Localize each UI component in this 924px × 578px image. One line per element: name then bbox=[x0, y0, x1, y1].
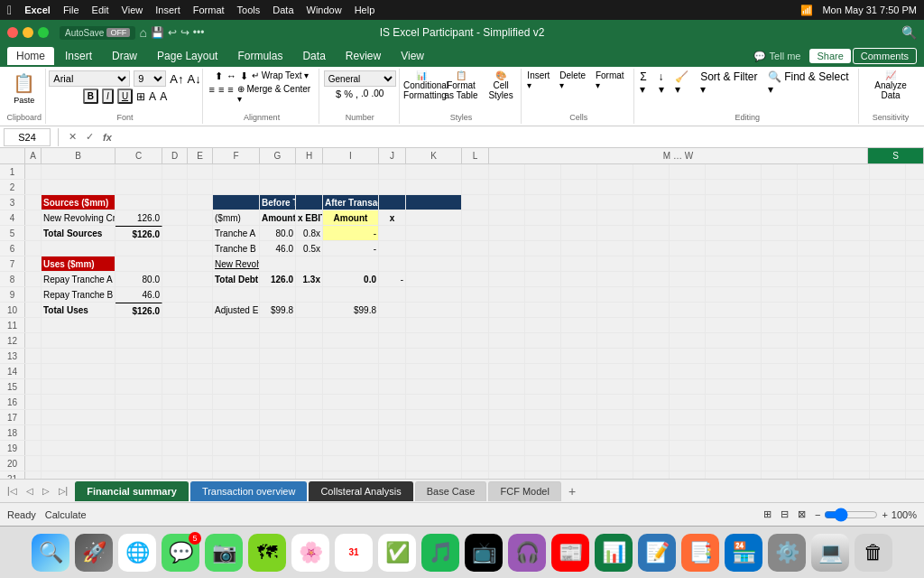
cell-f5[interactable]: Tranche A bbox=[213, 226, 260, 240]
cell-r7[interactable] bbox=[670, 256, 706, 271]
cell-g8[interactable]: 126.0 bbox=[260, 272, 296, 286]
zoom-out-button[interactable]: − bbox=[815, 509, 820, 520]
cell-g21[interactable] bbox=[260, 471, 296, 479]
cell-p15[interactable] bbox=[597, 379, 633, 394]
cell-m13[interactable] bbox=[489, 349, 525, 363]
cell-c8[interactable]: 80.0 bbox=[116, 272, 162, 286]
share-button[interactable]: Share bbox=[809, 49, 850, 63]
cell-u1[interactable] bbox=[798, 164, 834, 179]
cell-g16[interactable] bbox=[260, 395, 296, 409]
cell-i7[interactable] bbox=[323, 256, 379, 271]
col-header-rest[interactable]: M … W bbox=[489, 148, 868, 163]
formula-input[interactable] bbox=[118, 128, 920, 146]
cell-v13[interactable] bbox=[834, 349, 870, 363]
align-right-icon[interactable]: ≡ bbox=[227, 84, 233, 104]
cell-j15[interactable] bbox=[379, 379, 406, 394]
cell-l15[interactable] bbox=[462, 379, 489, 394]
cell-h15[interactable] bbox=[296, 379, 323, 394]
cell-k12[interactable] bbox=[406, 333, 462, 348]
cell-l19[interactable] bbox=[462, 441, 489, 455]
minimize-button[interactable] bbox=[23, 27, 33, 38]
cell-i2[interactable] bbox=[323, 180, 379, 194]
comments-button[interactable]: Comments bbox=[853, 48, 917, 64]
cell-c13[interactable] bbox=[116, 349, 162, 363]
cell-r4[interactable] bbox=[670, 210, 706, 225]
cell-m15[interactable] bbox=[489, 379, 525, 394]
cell-d19[interactable] bbox=[162, 441, 188, 455]
cell-p17[interactable] bbox=[597, 410, 633, 424]
cell-j7[interactable] bbox=[379, 256, 406, 271]
cell-l9[interactable] bbox=[462, 287, 489, 302]
cell-b11[interactable] bbox=[42, 318, 116, 332]
cell-f2[interactable] bbox=[213, 180, 260, 194]
cell-o21[interactable] bbox=[561, 471, 597, 479]
cell-s21[interactable] bbox=[706, 471, 762, 479]
cell-r20[interactable] bbox=[670, 456, 706, 471]
cell-o2[interactable] bbox=[561, 180, 597, 194]
cell-n20[interactable] bbox=[525, 456, 561, 471]
cell-a6[interactable] bbox=[25, 241, 42, 256]
cell-d14[interactable] bbox=[162, 364, 188, 378]
cell-g18[interactable] bbox=[260, 425, 296, 440]
cell-p6[interactable] bbox=[597, 241, 633, 256]
dock-finder2[interactable]: 💻 bbox=[811, 534, 849, 572]
cell-t3[interactable] bbox=[762, 195, 798, 210]
cell-e19[interactable] bbox=[188, 441, 213, 455]
cell-a20[interactable] bbox=[25, 456, 42, 471]
cell-e16[interactable] bbox=[188, 395, 213, 409]
cell-a19[interactable] bbox=[25, 441, 42, 455]
cell-a16[interactable] bbox=[25, 395, 42, 409]
tab-home[interactable]: Home bbox=[7, 47, 54, 65]
cell-n4[interactable] bbox=[525, 210, 561, 225]
delete-cells-button[interactable]: Delete ▾ bbox=[559, 70, 592, 90]
cell-t11[interactable] bbox=[762, 318, 798, 332]
cell-q10[interactable] bbox=[633, 303, 670, 317]
cell-m4[interactable] bbox=[489, 210, 525, 225]
tab-data[interactable]: Data bbox=[293, 47, 334, 65]
col-header-H[interactable]: H bbox=[296, 148, 323, 163]
cell-s11[interactable] bbox=[706, 318, 762, 332]
cell-r18[interactable] bbox=[670, 425, 706, 440]
cell-p18[interactable] bbox=[597, 425, 633, 440]
align-left-icon[interactable]: ≡ bbox=[208, 84, 214, 104]
cell-n13[interactable] bbox=[525, 349, 561, 363]
cell-h7[interactable] bbox=[296, 256, 323, 271]
cell-e11[interactable] bbox=[188, 318, 213, 332]
cell-b16[interactable] bbox=[42, 395, 116, 409]
cell-w10[interactable] bbox=[870, 303, 906, 317]
cell-c11[interactable] bbox=[116, 318, 162, 332]
cell-t16[interactable] bbox=[762, 395, 798, 409]
cell-w21[interactable] bbox=[870, 471, 906, 479]
menu-window[interactable]: Window bbox=[307, 5, 342, 15]
cell-a7[interactable] bbox=[25, 256, 42, 271]
cell-r19[interactable] bbox=[670, 441, 706, 455]
cell-u15[interactable] bbox=[798, 379, 834, 394]
cell-p14[interactable] bbox=[597, 364, 633, 378]
cell-v16[interactable] bbox=[834, 395, 870, 409]
cell-n8[interactable] bbox=[525, 272, 561, 286]
view-page-break-icon[interactable]: ⊠ bbox=[798, 508, 806, 520]
sheet-tab-fcf-model[interactable]: FCF Model bbox=[488, 481, 560, 501]
sheet-nav-first[interactable]: |◁ bbox=[4, 484, 21, 498]
cell-b19[interactable] bbox=[42, 441, 116, 455]
cell-v11[interactable] bbox=[834, 318, 870, 332]
cell-a17[interactable] bbox=[25, 410, 42, 424]
align-center-icon[interactable]: ≡ bbox=[218, 84, 224, 104]
cell-h13[interactable] bbox=[296, 349, 323, 363]
cell-k15[interactable] bbox=[406, 379, 462, 394]
cell-p3[interactable] bbox=[597, 195, 633, 210]
cell-w4[interactable] bbox=[870, 210, 906, 225]
cell-m12[interactable] bbox=[489, 333, 525, 348]
comma-button[interactable]: , bbox=[356, 89, 358, 99]
cell-v6[interactable] bbox=[834, 241, 870, 256]
cell-n9[interactable] bbox=[525, 287, 561, 302]
cell-k7[interactable] bbox=[406, 256, 462, 271]
cell-n3[interactable] bbox=[525, 195, 561, 210]
cell-k13[interactable] bbox=[406, 349, 462, 363]
cell-c3[interactable] bbox=[116, 195, 162, 210]
cell-r10[interactable] bbox=[670, 303, 706, 317]
cell-t19[interactable] bbox=[762, 441, 798, 455]
cell-j16[interactable] bbox=[379, 395, 406, 409]
cell-g9[interactable] bbox=[260, 287, 296, 302]
cell-o8[interactable] bbox=[561, 272, 597, 286]
